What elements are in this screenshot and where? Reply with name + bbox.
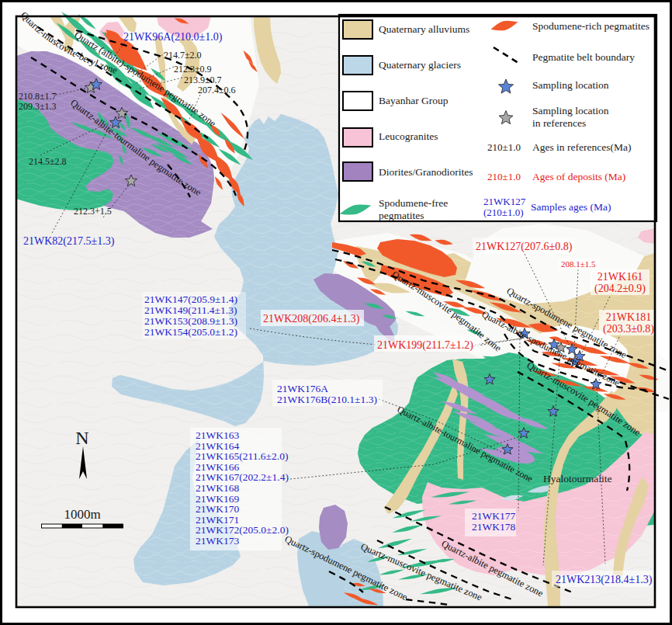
svg-text:in references: in references [532, 117, 586, 129]
svg-text:21WK154(205.0±1.2): 21WK154(205.0±1.2) [144, 326, 237, 338]
svg-text:21WK178: 21WK178 [472, 521, 515, 533]
svg-text:21WK173: 21WK173 [196, 535, 239, 547]
svg-text:21WK127(207.6±0.8): 21WK127(207.6±0.8) [476, 241, 573, 253]
svg-text:N: N [75, 428, 88, 448]
svg-text:21WK213(218.4±1.3): 21WK213(218.4±1.3) [556, 574, 653, 586]
svg-text:Quaternary glaciers: Quaternary glaciers [379, 59, 461, 71]
svg-text:214.7±2.0: 214.7±2.0 [164, 50, 202, 61]
svg-text:214.5±2.8: 214.5±2.8 [29, 156, 67, 167]
svg-text:(203.3±0.8): (203.3±0.8) [603, 323, 654, 335]
svg-text:21WK176A: 21WK176A [277, 383, 328, 394]
svg-text:Bayanhar Group: Bayanhar Group [379, 95, 449, 106]
svg-text:210.8±1.7: 210.8±1.7 [19, 91, 57, 102]
svg-text:21WK208(206.4±1.3): 21WK208(206.4±1.3) [263, 313, 360, 325]
svg-text:Ages in references(Ma): Ages in references(Ma) [532, 141, 631, 153]
svg-text:1000m: 1000m [64, 507, 100, 522]
svg-text:(210±1.0): (210±1.0) [483, 207, 524, 218]
svg-text:Spodumene-rich pegmatites: Spodumene-rich pegmatites [532, 20, 649, 32]
svg-text:21WK96A(210.0±1.0): 21WK96A(210.0±1.0) [123, 31, 223, 43]
svg-text:212.3+1.5: 212.3+1.5 [74, 206, 112, 217]
svg-text:Pegmatite belt boundary: Pegmatite belt boundary [532, 51, 635, 63]
svg-text:Samples ages (Ma): Samples ages (Ma) [531, 201, 611, 213]
svg-text:Sampling location: Sampling location [532, 79, 609, 91]
svg-text:21WK161: 21WK161 [598, 271, 643, 283]
svg-text:208.1±1.5: 208.1±1.5 [561, 259, 596, 269]
svg-text:21WK181: 21WK181 [606, 311, 651, 323]
svg-text:21WK127: 21WK127 [483, 196, 526, 207]
svg-text:210±1.0: 210±1.0 [487, 141, 521, 153]
svg-text:213.9±0.7: 213.9±0.7 [184, 75, 222, 85]
svg-text:21WK199(211.7±1.2): 21WK199(211.7±1.2) [377, 339, 473, 352]
svg-text:21WK149(211.4±1.3): 21WK149(211.4±1.3) [144, 304, 237, 316]
svg-text:Diorites/Granodiorites: Diorites/Granodiorites [379, 166, 473, 178]
svg-text:Spodumene-free: Spodumene-free [379, 197, 448, 209]
svg-text:Leucogranites: Leucogranites [379, 130, 438, 142]
svg-text:207.4±0.6: 207.4±0.6 [198, 85, 236, 95]
svg-text:21WK147(205.9±1.4): 21WK147(205.9±1.4) [144, 293, 237, 305]
svg-text:Ages of deposits (Ma): Ages of deposits (Ma) [532, 171, 625, 182]
svg-text:(204.2±0.9): (204.2±0.9) [594, 283, 646, 295]
svg-text:21WK177: 21WK177 [472, 510, 515, 522]
svg-text:21WK82(217.5±1.3): 21WK82(217.5±1.3) [23, 235, 115, 248]
svg-text:pegmatites: pegmatites [379, 210, 424, 221]
svg-text:Quaternary alluviums: Quaternary alluviums [379, 23, 469, 35]
svg-text:Sampling location: Sampling location [532, 105, 609, 116]
svg-text:212.3±0.9: 212.3±0.9 [174, 64, 212, 75]
svg-text:210±1.0: 210±1.0 [487, 171, 521, 182]
svg-text:209.3±1.3: 209.3±1.3 [19, 101, 57, 112]
svg-text:21WK153(208.9±1.3): 21WK153(208.9±1.3) [144, 315, 237, 327]
svg-text:Hyalotourmalite: Hyalotourmalite [543, 473, 611, 484]
svg-text:21WK176B(210.1±1.3): 21WK176B(210.1±1.3) [277, 394, 377, 405]
